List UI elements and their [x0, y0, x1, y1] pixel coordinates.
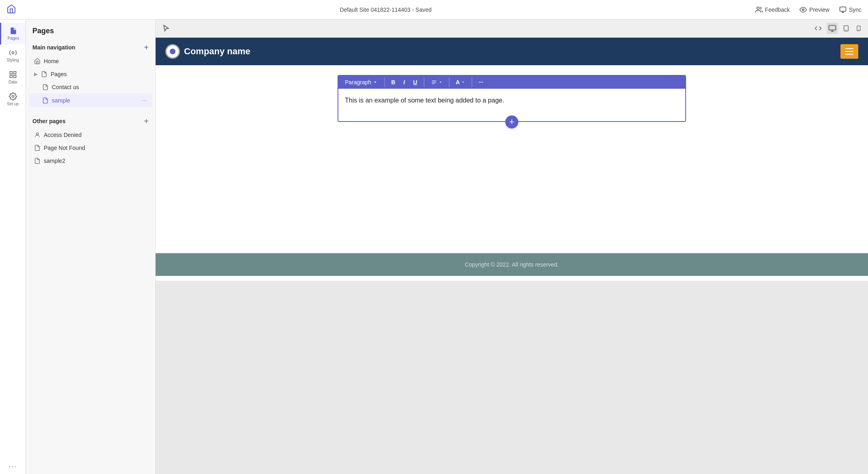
topbar-home-icon[interactable] — [6, 4, 16, 15]
logo-icon — [165, 44, 180, 59]
sidebar-item-more[interactable]: ... — [0, 457, 26, 474]
chevron-down-icon — [373, 80, 378, 85]
text-editor-container[interactable]: Paragraph B I U — [338, 75, 686, 122]
svg-rect-7 — [13, 72, 16, 74]
pointer-tool-button[interactable] — [160, 23, 172, 34]
svg-rect-8 — [13, 75, 16, 78]
pages-panel-title: Pages — [26, 19, 155, 40]
desktop-view-button[interactable] — [827, 23, 838, 34]
hamburger-line-2 — [845, 51, 853, 52]
svg-point-10 — [12, 96, 14, 98]
hamburger-button[interactable] — [840, 44, 858, 59]
align-chevron-icon — [438, 80, 443, 84]
sidebar-item-styling[interactable]: Styling — [0, 45, 26, 66]
nav-item-access-denied[interactable]: Access Denied — [29, 128, 152, 141]
nav-item-sample[interactable]: sample ··· — [29, 94, 152, 107]
mobile-icon — [856, 24, 862, 32]
add-main-nav-button[interactable]: + — [144, 43, 149, 51]
svg-point-1 — [802, 9, 804, 11]
toolbar-divider-4 — [472, 77, 472, 87]
hamburger-line-1 — [845, 48, 853, 49]
font-size-button[interactable]: A — [453, 77, 468, 87]
page-icon-notfound — [34, 145, 41, 151]
topbar-actions: Feedback Preview Sync — [755, 6, 862, 13]
logo-inner — [169, 47, 177, 56]
nav-item-pages[interactable]: ▶ Pages — [29, 68, 152, 81]
site-preview: Company name Paragraph — [156, 38, 868, 281]
person-icon — [34, 132, 41, 138]
add-block-button[interactable]: + — [505, 115, 518, 128]
align-button[interactable] — [428, 78, 446, 87]
text-format-toolbar: Paragraph B I U — [338, 76, 685, 89]
svg-rect-12 — [829, 26, 836, 30]
icon-sidebar: Pages Styling Data Set up ... — [0, 19, 26, 474]
home-icon — [34, 58, 41, 64]
code-view-button[interactable] — [813, 23, 823, 34]
canvas-toolbar-left — [160, 23, 172, 34]
nav-item-sample2[interactable]: sample2 — [29, 154, 152, 167]
feedback-button[interactable]: Feedback — [755, 6, 790, 13]
site-body: Paragraph B I U — [156, 65, 868, 132]
pointer-icon — [162, 24, 170, 32]
sync-button[interactable]: Sync — [839, 6, 862, 13]
align-icon — [431, 79, 437, 85]
tablet-view-button[interactable] — [841, 23, 851, 34]
italic-button[interactable]: I — [400, 77, 408, 87]
main-nav-header: Main navigation + — [29, 40, 152, 55]
nav-item-page-not-found[interactable]: Page Not Found — [29, 141, 152, 154]
canvas-toolbar-right — [813, 23, 863, 34]
topbar-title: Default Site 041822-114403 - Saved — [340, 6, 432, 13]
code-icon — [815, 25, 822, 32]
svg-rect-2 — [840, 7, 846, 11]
sidebar-item-setup[interactable]: Set up — [0, 88, 26, 110]
nav-item-home[interactable]: Home — [29, 55, 152, 68]
site-logo: Company name — [165, 44, 250, 59]
sidebar-item-pages[interactable]: Pages — [0, 23, 26, 45]
canvas-scroll[interactable]: Company name Paragraph — [156, 38, 868, 474]
main-nav-section: Main navigation + Home ▶ Pages — [26, 40, 155, 114]
page-icon-sample2 — [34, 158, 41, 164]
page-icon — [41, 71, 47, 77]
site-footer: Copyright © 2022. All rights reserved. — [156, 253, 868, 276]
topbar: Default Site 041822-114403 - Saved Feedb… — [0, 0, 868, 19]
sample-more-button[interactable]: ··· — [142, 97, 147, 104]
toolbar-divider-3 — [449, 77, 449, 87]
chevron-right-icon: ▶ — [34, 71, 38, 77]
desktop-icon — [828, 24, 836, 32]
font-chevron-icon — [461, 80, 465, 84]
canvas-toolbar — [156, 19, 868, 38]
more-format-button[interactable]: ··· — [475, 77, 487, 87]
tablet-icon — [843, 24, 849, 32]
page-icon-sample — [42, 97, 49, 104]
add-other-pages-button[interactable]: + — [144, 117, 149, 125]
nav-item-contact-us[interactable]: Contact us — [29, 81, 152, 94]
svg-point-0 — [757, 7, 759, 9]
svg-rect-6 — [10, 72, 12, 74]
hamburger-line-3 — [845, 54, 853, 55]
mobile-view-button[interactable] — [854, 23, 863, 34]
page-icon-contact — [42, 84, 49, 90]
bold-button[interactable]: B — [388, 77, 398, 87]
other-pages-section: Other pages + Access Denied Page Not Fou… — [26, 114, 155, 174]
canvas-area: Company name Paragraph — [156, 19, 868, 474]
svg-point-11 — [36, 133, 38, 135]
site-header: Company name — [156, 38, 868, 65]
toolbar-divider-2 — [424, 77, 424, 87]
toolbar-divider-1 — [384, 77, 385, 87]
svg-rect-9 — [10, 75, 12, 78]
main-layout: Pages Styling Data Set up ... — [0, 19, 868, 474]
other-pages-header: Other pages + — [29, 114, 152, 128]
preview-button[interactable]: Preview — [800, 6, 830, 13]
pages-panel: Pages Main navigation + Home ▶ Pages — [26, 19, 156, 474]
paragraph-select[interactable]: Paragraph — [342, 77, 381, 87]
sidebar-item-data[interactable]: Data — [0, 66, 26, 88]
underline-button[interactable]: U — [410, 77, 420, 87]
svg-point-5 — [12, 52, 14, 54]
